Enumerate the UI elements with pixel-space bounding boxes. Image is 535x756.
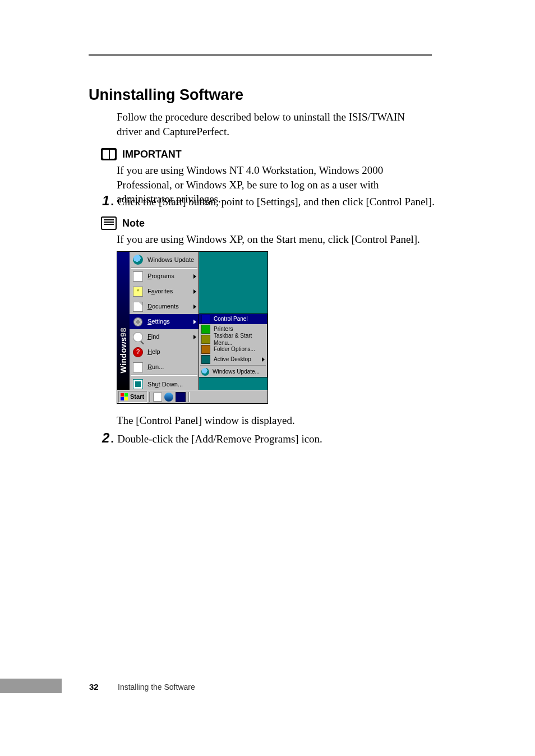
menu-documents[interactable]: Documents (130, 299, 199, 314)
menu-run[interactable]: Run... (130, 359, 199, 375)
submenu-windows-update[interactable]: Windows Update... (199, 367, 267, 377)
important-icon (101, 148, 117, 160)
folder-options-icon (201, 345, 210, 354)
start-label: Start (130, 393, 144, 401)
step-2-dot: . (110, 431, 114, 446)
start-menu-banner: Windows98 (117, 252, 130, 390)
submenu-control-panel[interactable]: Control Panel (199, 314, 267, 324)
footer-tab (0, 679, 62, 693)
shutdown-icon (133, 379, 143, 389)
menu-label: Programs (147, 272, 174, 280)
quicklaunch-separator (149, 392, 150, 402)
menu-label: Documents (147, 302, 179, 311)
submenu-arrow-icon (193, 289, 196, 294)
submenu-arrow-icon (193, 335, 196, 339)
menu-label: Favorites (147, 287, 173, 296)
footer-chapter: Installing the Software (118, 682, 195, 693)
menu-label: Windows Update (147, 256, 194, 264)
step-2-text: Double-click the [Add/Remove Programs] i… (117, 432, 322, 446)
documents-icon (133, 302, 143, 312)
find-icon (133, 332, 143, 342)
globe-icon (201, 368, 209, 376)
settings-icon (133, 317, 143, 327)
menu-favorites[interactable]: Favorites (130, 284, 199, 299)
control-panel-icon (201, 315, 210, 324)
quicklaunch-channels-icon[interactable] (176, 392, 186, 402)
windows-flag-icon (121, 393, 128, 401)
start-button[interactable]: Start (118, 391, 147, 403)
menu-label: Shut Down... (147, 380, 183, 389)
globe-icon (133, 255, 143, 265)
submenu-active-desktop[interactable]: Active Desktop (199, 354, 267, 365)
submenu-label: Windows Update... (213, 368, 260, 376)
submenu-arrow-icon (193, 305, 196, 309)
settings-submenu: Control Panel Printers Taskbar & Start M… (199, 314, 268, 377)
step-1-text: Click the [Start] button, point to [Sett… (117, 195, 435, 209)
step-2-number: 2 (102, 431, 109, 445)
start-menu: Windows Update Programs Favorites Docume… (130, 252, 199, 390)
menu-label: Run... (147, 363, 164, 371)
run-icon (133, 362, 143, 372)
programs-icon (133, 271, 143, 282)
submenu-label: Active Desktop (214, 356, 251, 363)
submenu-separator (200, 365, 266, 366)
submenu-arrow-icon (262, 357, 265, 362)
submenu-folder-options[interactable]: Folder Options... (199, 344, 267, 354)
step-1-dot: . (110, 193, 114, 209)
menu-help[interactable]: Help (130, 344, 199, 359)
submenu-arrow-icon (193, 274, 196, 279)
note-icon (101, 216, 117, 230)
menu-find[interactable]: Find (130, 329, 199, 344)
menu-windows-update[interactable]: Windows Update (130, 252, 199, 268)
quicklaunch-desktop-icon[interactable] (153, 393, 162, 402)
taskbar-icon (201, 335, 210, 344)
menu-settings[interactable]: Settings (130, 314, 199, 329)
note-text: If you are using Windows XP, on the Star… (117, 232, 431, 247)
menu-programs[interactable]: Programs (130, 269, 199, 284)
header-rule (89, 54, 432, 56)
menu-label: Find (147, 333, 159, 341)
quicklaunch-separator (188, 392, 190, 402)
page-number: 32 (89, 681, 99, 693)
menu-label: Help (147, 348, 160, 356)
printers-icon (201, 325, 210, 334)
favorites-icon (133, 287, 143, 297)
intro-text: Follow the procedure described below to … (117, 110, 431, 139)
start-menu-screenshot: Windows98 Windows Update Programs Favori… (117, 251, 268, 404)
submenu-label: Control Panel (214, 315, 248, 323)
taskbar: Start (117, 390, 268, 403)
active-desktop-icon (201, 355, 210, 364)
important-label: IMPORTANT (122, 147, 182, 161)
help-icon (133, 347, 143, 357)
section-heading: Uninstalling Software (89, 85, 243, 105)
banner-text: Windows98 (118, 266, 129, 373)
submenu-taskbar[interactable]: Taskbar & Start Menu... (199, 334, 267, 344)
submenu-arrow-icon (193, 320, 196, 324)
submenu-label: Folder Options... (214, 345, 255, 353)
quicklaunch-ie-icon[interactable] (164, 393, 173, 402)
screenshot-caption: The [Control Panel] window is displayed. (117, 413, 431, 428)
step-1-number: 1 (102, 194, 109, 208)
note-label: Note (122, 216, 145, 230)
menu-label: Settings (147, 317, 170, 326)
